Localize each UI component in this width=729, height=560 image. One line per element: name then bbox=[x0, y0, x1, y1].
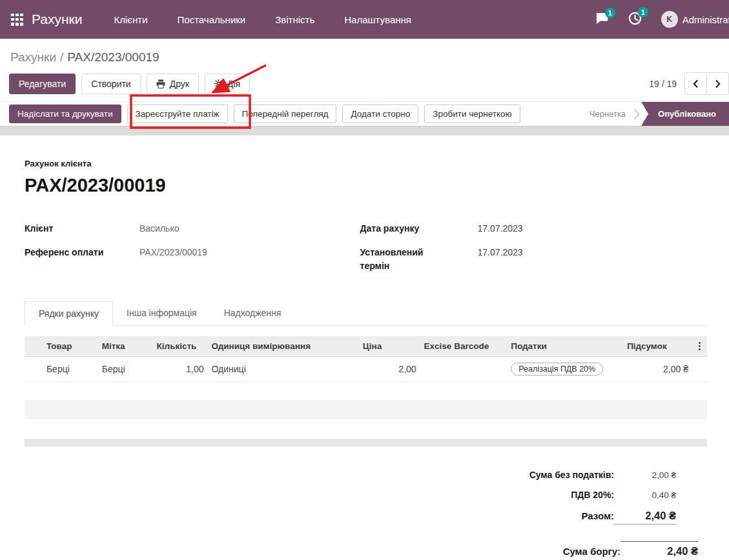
document-type-label: Рахунок клієнта bbox=[25, 159, 707, 168]
breadcrumb-separator: / bbox=[56, 50, 67, 64]
gear-icon bbox=[214, 79, 223, 88]
menu-settings[interactable]: Налаштування bbox=[329, 0, 426, 39]
notebook-tabs: Рядки рахунку Інша інформація Надходженн… bbox=[25, 301, 707, 326]
avatar: K bbox=[661, 11, 678, 28]
column-label-header[interactable]: Мітка bbox=[98, 336, 153, 357]
row-uom-cell: Одиниці bbox=[208, 357, 359, 382]
pager-previous-button[interactable] bbox=[684, 72, 707, 95]
preview-button[interactable]: Попередній перегляд bbox=[234, 105, 337, 123]
sheet-separator-band-thin bbox=[25, 439, 707, 446]
breadcrumb-current: PAX/2023/00019 bbox=[67, 50, 159, 64]
sheet-top-divider bbox=[0, 126, 729, 135]
column-handle-header bbox=[25, 336, 43, 357]
row-price-cell: 2,00 bbox=[359, 357, 420, 382]
row-label-cell: Берці bbox=[98, 357, 153, 382]
pager-next-button[interactable] bbox=[706, 72, 729, 95]
status-widget: Чернетка Опубліковано bbox=[582, 102, 729, 126]
menu-vendors[interactable]: Постачальники bbox=[163, 0, 261, 39]
row-handle-cell bbox=[25, 357, 43, 382]
navbar-right: 1 1 K Administrator bbox=[595, 11, 729, 28]
pager: 19 / 19 bbox=[649, 72, 729, 95]
reset-to-draft-button[interactable]: Зробити чернеткою bbox=[424, 105, 520, 123]
untaxed-amount-value: 2,00 ₴ bbox=[614, 470, 676, 480]
total-value: 2,40 ₴ bbox=[614, 510, 676, 525]
column-price-header[interactable]: Ціна bbox=[359, 336, 420, 357]
user-name: Administrator bbox=[683, 14, 729, 25]
printer-icon bbox=[156, 79, 165, 88]
tax-badge: Реалізація ПДВ 20% bbox=[511, 363, 603, 375]
control-panel: Редагувати Створити Друк Дія 19 / 19 bbox=[0, 67, 729, 101]
state-draft[interactable]: Чернетка bbox=[582, 102, 633, 126]
invoice-lines-table: Товар Мітка Кількість Одиниця вимірюванн… bbox=[25, 336, 707, 382]
invoice-date-value[interactable]: 17.07.2023 bbox=[478, 222, 707, 235]
total-label: Разом: bbox=[582, 510, 614, 521]
amount-due-row: Сума боргу: 2,40 ₴ bbox=[25, 541, 707, 557]
statusbar: Надіслати та друкувати Зареєструйте плат… bbox=[0, 101, 729, 126]
row-subtotal-cell: 2,00 ₴ bbox=[623, 357, 692, 382]
edit-button[interactable]: Редагувати bbox=[9, 74, 76, 94]
column-excise-header[interactable]: Excise Barcode bbox=[420, 336, 508, 357]
field-group: Клієнт Василько Референс оплати PAX/2023… bbox=[25, 222, 707, 273]
activities-badge: 1 bbox=[638, 7, 648, 17]
action-button[interactable]: Дія bbox=[205, 74, 250, 94]
row-taxes-cell: Реалізація ПДВ 20% bbox=[507, 357, 623, 382]
pager-count: 19 / 19 bbox=[649, 79, 677, 89]
row-excise-cell bbox=[420, 357, 508, 382]
register-payment-button[interactable]: Зареєструйте платіж bbox=[127, 105, 228, 123]
add-credit-note-button[interactable]: Додати сторно bbox=[342, 105, 418, 123]
totals-block: Сума без податків: 2,00 ₴ ПДВ 20%: 0,40 … bbox=[25, 470, 707, 525]
column-subtotal-header[interactable]: Підсумок bbox=[623, 336, 692, 357]
print-button-label: Друк bbox=[170, 79, 189, 89]
activities-button[interactable]: 1 bbox=[628, 12, 642, 28]
breadcrumb: Рахунки/PAX/2023/00019 bbox=[0, 39, 729, 67]
print-button[interactable]: Друк bbox=[147, 74, 199, 94]
tab-receipts[interactable]: Надходження bbox=[210, 301, 295, 326]
row-options-cell bbox=[692, 357, 707, 382]
tab-invoice-lines[interactable]: Рядки рахунку bbox=[25, 301, 113, 326]
document-number: PAX/2023/00019 bbox=[25, 175, 707, 196]
app-brand[interactable]: Рахунки bbox=[32, 12, 83, 27]
breadcrumb-parent[interactable]: Рахунки bbox=[10, 50, 56, 64]
vat-label: ПДВ 20%: bbox=[571, 490, 614, 500]
column-taxes-header[interactable]: Податки bbox=[507, 336, 623, 357]
messages-button[interactable]: 1 bbox=[595, 12, 609, 27]
vat-value: 0,40 ₴ bbox=[614, 490, 676, 500]
total-row: Разом: 2,40 ₴ bbox=[582, 510, 676, 525]
customer-label: Клієнт bbox=[25, 222, 139, 235]
vertical-dots-icon bbox=[696, 342, 703, 350]
untaxed-amount-row: Сума без податків: 2,00 ₴ bbox=[529, 470, 676, 480]
due-date-value[interactable]: 17.07.2023 bbox=[478, 246, 707, 273]
column-uom-header[interactable]: Одиниця вимірювання bbox=[208, 336, 359, 357]
invoice-form-sheet: Рахунок клієнта PAX/2023/00019 Клієнт Ва… bbox=[0, 135, 729, 557]
vat-row: ПДВ 20%: 0,40 ₴ bbox=[571, 490, 676, 500]
create-button[interactable]: Створити bbox=[81, 74, 140, 94]
amount-due-label: Сума боргу: bbox=[563, 546, 621, 557]
menu-reporting[interactable]: Звітність bbox=[260, 0, 329, 39]
amount-due-value: 2,40 ₴ bbox=[621, 541, 698, 557]
customer-value[interactable]: Василько bbox=[139, 222, 360, 235]
column-product-header[interactable]: Товар bbox=[43, 336, 98, 357]
chevron-right-icon bbox=[715, 79, 721, 88]
top-navbar: Рахунки Клієнти Постачальники Звітність … bbox=[0, 0, 729, 39]
main-menu: Клієнти Постачальники Звітність Налаштув… bbox=[99, 0, 426, 39]
action-button-label: Дія bbox=[227, 79, 240, 89]
sheet-separator-band bbox=[25, 400, 707, 419]
user-menu[interactable]: K Administrator bbox=[661, 11, 729, 28]
send-and-print-button[interactable]: Надіслати та друкувати bbox=[9, 105, 121, 123]
payment-reference-value[interactable]: PAX/2023/00019 bbox=[139, 246, 360, 259]
row-product-cell: Берці bbox=[43, 357, 98, 382]
table-header-row: Товар Мітка Кількість Одиниця вимірюванн… bbox=[25, 336, 707, 357]
menu-clients[interactable]: Клієнти bbox=[99, 0, 163, 39]
invoice-line-row[interactable]: Берці Берці 1,00 Одиниці 2,00 Реалізація… bbox=[25, 357, 707, 382]
due-date-label: Установлений термін bbox=[360, 246, 439, 273]
tab-other-info[interactable]: Інша інформація bbox=[113, 301, 210, 326]
apps-grid-icon[interactable] bbox=[11, 14, 23, 26]
row-quantity-cell: 1,00 bbox=[153, 357, 208, 382]
chevron-left-icon bbox=[693, 79, 699, 88]
column-options-header[interactable] bbox=[692, 336, 707, 357]
invoice-date-label: Дата рахунку bbox=[360, 222, 439, 235]
state-separator-chevron-icon bbox=[633, 108, 640, 121]
messages-badge: 1 bbox=[605, 8, 615, 18]
payment-reference-label: Референс оплати bbox=[25, 246, 139, 259]
column-quantity-header[interactable]: Кількість bbox=[153, 336, 208, 357]
